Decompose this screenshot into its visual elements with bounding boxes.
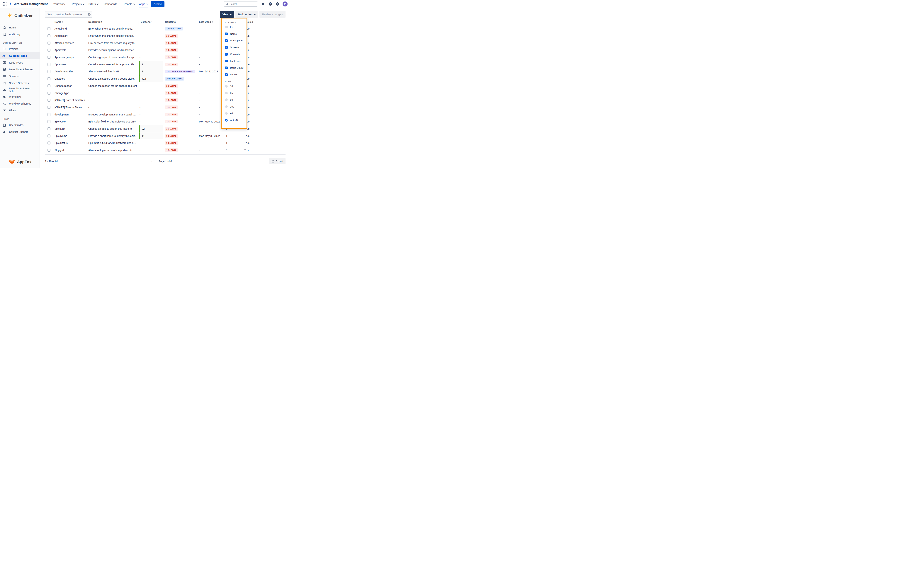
row-checkbox[interactable] <box>48 27 51 30</box>
row-checkbox[interactable] <box>48 92 51 94</box>
view-menu-column-issue-count[interactable]: ✓Issue Count <box>225 65 247 71</box>
view-menu-rows-10[interactable]: 10 <box>225 83 247 90</box>
next-page-arrow-icon[interactable]: → <box>177 160 180 163</box>
view-menu-rows-100[interactable]: 100 <box>225 103 247 110</box>
clear-search-icon[interactable]: ✕ <box>88 13 91 16</box>
cell-last-used: - <box>199 99 200 102</box>
cell-description: Epic Status field for Jira Software use … <box>88 142 137 145</box>
column-header-screens[interactable]: Screens <box>141 20 153 23</box>
radio-icon[interactable] <box>225 112 228 115</box>
row-checkbox[interactable] <box>48 85 51 87</box>
export-button[interactable]: Export <box>269 158 286 164</box>
column-header-contexts[interactable]: Contexts <box>165 20 178 23</box>
row-checkbox[interactable] <box>48 99 51 102</box>
row-checkbox[interactable] <box>48 77 51 80</box>
sidebar-item-user-guides[interactable]: User Guides <box>0 122 40 128</box>
notifications-icon[interactable] <box>260 2 265 6</box>
sidebar-item-issue-types[interactable]: Issue Types <box>0 59 40 66</box>
bulk-action-button[interactable]: Bulk action <box>235 11 258 18</box>
sidebar-item-issue-type-screen-sch-[interactable]: Issue Type Screen Sch... <box>0 86 40 93</box>
user-avatar[interactable]: JR <box>283 2 287 6</box>
checkbox-unchecked-icon[interactable] <box>225 26 228 28</box>
cell-last-used: - <box>199 42 200 45</box>
row-checkbox[interactable] <box>48 56 51 59</box>
sidebar-item-projects[interactable]: Projects <box>0 45 40 52</box>
view-menu-column-id[interactable]: ID <box>225 24 247 31</box>
nav-item-apps[interactable]: Apps <box>137 0 150 8</box>
view-button[interactable]: View <box>220 11 234 18</box>
view-menu-column-contexts[interactable]: ✓Contexts <box>225 51 247 58</box>
radio-icon[interactable] <box>225 92 228 94</box>
column-header-last-used[interactable]: Last Used <box>199 20 213 23</box>
sidebar-item-screens[interactable]: Screens <box>0 73 40 80</box>
nav-item-filters[interactable]: Filters <box>86 0 100 8</box>
chevron-down-icon <box>254 13 256 15</box>
view-menu-column-locked[interactable]: ✓Locked <box>225 71 247 78</box>
context-badge: 20 NON-GLOBAL <box>165 77 184 80</box>
radio-icon[interactable] <box>225 105 228 108</box>
row-checkbox[interactable] <box>48 42 51 45</box>
checkbox-checked-icon[interactable]: ✓ <box>225 60 228 62</box>
row-checkbox[interactable] <box>48 120 51 123</box>
view-menu-column-last-used[interactable]: ✓Last Used <box>225 58 247 65</box>
review-changes-button[interactable]: Review changes <box>260 11 286 18</box>
global-search-input[interactable] <box>224 1 258 7</box>
radio-icon[interactable] <box>225 99 228 101</box>
nav-item-your-work[interactable]: Your work <box>51 0 70 8</box>
row-checkbox[interactable] <box>48 34 51 37</box>
sidebar-item-custom-fields[interactable]: AaCustom Fields <box>0 52 40 59</box>
table-row: Epic LinkChoose an epic to assign this i… <box>45 125 286 133</box>
nav-item-dashboards[interactable]: Dashboards <box>100 0 122 8</box>
help-icon[interactable]: ? <box>268 2 273 6</box>
sidebar-item-screen-schemes[interactable]: Screen Schemes <box>0 80 40 86</box>
checkbox-checked-icon[interactable]: ✓ <box>225 32 228 35</box>
view-menu-rows-auto-fit[interactable]: Auto-fit <box>225 117 247 123</box>
row-checkbox[interactable] <box>48 149 51 152</box>
row-checkbox[interactable] <box>48 113 51 116</box>
view-menu-column-label: ID <box>230 26 233 28</box>
sidebar-item-issue-type-schemes[interactable]: Issue Type Schemes <box>0 66 40 73</box>
view-menu-rows-all[interactable]: All <box>225 110 247 117</box>
sidebar-item-workflows[interactable]: Workflows <box>0 93 40 100</box>
row-checkbox[interactable] <box>48 70 51 73</box>
cell-screens-count: - <box>139 56 141 59</box>
row-checkbox[interactable] <box>48 63 51 66</box>
view-menu-rows-50[interactable]: 50 <box>225 96 247 103</box>
create-button[interactable]: Create <box>151 1 164 7</box>
checkbox-checked-icon[interactable]: ✓ <box>225 73 228 76</box>
sidebar-item-workflow-schemes[interactable]: Workflow Schemes <box>0 100 40 107</box>
radio-selected-icon[interactable] <box>225 119 228 122</box>
sidebar-item-home[interactable]: Home <box>0 24 40 31</box>
row-checkbox[interactable] <box>48 106 51 109</box>
sidebar-item-audit-log[interactable]: Audit Log <box>0 31 40 38</box>
table-row: Epic ColorEpic Color field for Jira Soft… <box>45 118 286 125</box>
previous-page-arrow-icon[interactable]: ← <box>150 160 154 163</box>
nav-item-label: Dashboards <box>103 3 117 6</box>
app-switcher-icon[interactable] <box>2 1 8 7</box>
settings-gear-icon[interactable] <box>275 2 280 6</box>
cell-contexts: 1 GLOBAL + 2 NON-GLOBAL <box>165 69 195 73</box>
view-menu-column-label: Issue Count <box>230 66 243 69</box>
custom-fields-search-input[interactable] <box>45 11 92 18</box>
sidebar-item-contact-support[interactable]: Contact Support <box>0 128 40 135</box>
nav-item-people[interactable]: People <box>122 0 137 8</box>
view-menu-column-screens[interactable]: ✓Screens <box>225 44 247 51</box>
sidebar-item-filters[interactable]: Filters <box>0 107 40 114</box>
radio-icon[interactable] <box>225 85 228 88</box>
checkbox-checked-icon[interactable]: ✓ <box>225 53 228 56</box>
row-checkbox[interactable] <box>48 142 51 145</box>
row-checkbox[interactable] <box>48 134 51 137</box>
checkbox-checked-icon[interactable]: ✓ <box>225 46 228 49</box>
jira-brand[interactable]: Jira Work Management <box>9 2 48 6</box>
view-menu-column-name[interactable]: ✓Name <box>225 31 247 37</box>
row-checkbox[interactable] <box>48 127 51 130</box>
checkbox-checked-icon[interactable]: ✓ <box>225 66 228 69</box>
view-menu-rows-25[interactable]: 25 <box>225 90 247 96</box>
checkbox-checked-icon[interactable]: ✓ <box>225 39 228 42</box>
view-menu-column-description[interactable]: ✓Description <box>225 37 247 44</box>
row-checkbox[interactable] <box>48 49 51 51</box>
column-header-description[interactable]: Description <box>88 20 102 23</box>
column-header-name[interactable]: Name <box>54 20 63 23</box>
chevron-down-icon <box>97 3 99 5</box>
nav-item-projects[interactable]: Projects <box>70 0 86 8</box>
